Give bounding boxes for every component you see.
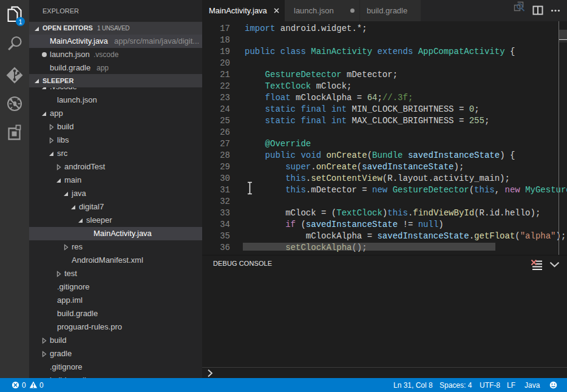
svg-text:1: 1 [18,18,22,25]
